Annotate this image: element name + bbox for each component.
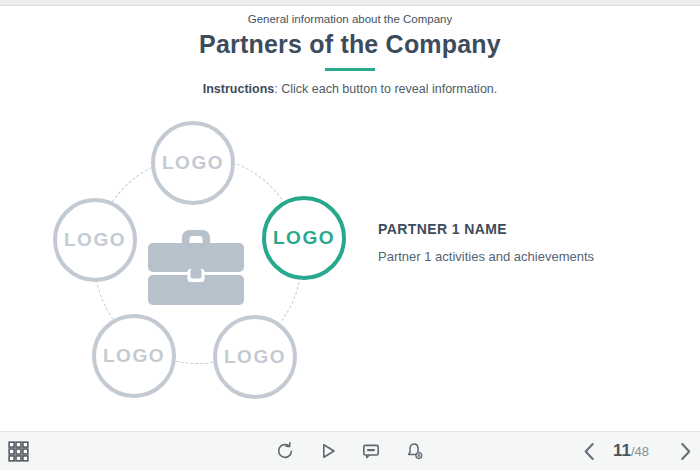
logo-label: LOGO	[103, 345, 165, 367]
title-underline	[325, 68, 375, 71]
comment-icon	[361, 441, 381, 461]
grid-menu-button[interactable]	[8, 441, 29, 462]
partner-detail-panel: PARTNER 1 NAME Partner 1 activities and …	[378, 221, 594, 264]
slide-header: General information about the Company Pa…	[0, 13, 700, 96]
chevron-left-icon	[582, 441, 595, 462]
page-title: Partners of the Company	[0, 30, 700, 59]
briefcase-icon	[148, 227, 244, 305]
player-toolbar: 11/48	[0, 431, 700, 470]
notifications-off-button[interactable]	[404, 441, 425, 461]
top-strip	[0, 0, 700, 6]
chevron-right-icon	[679, 441, 692, 462]
play-icon	[318, 441, 338, 461]
logo-label: LOGO	[273, 227, 335, 249]
partner-description: Partner 1 activities and achievements	[378, 249, 594, 264]
comments-button[interactable]	[361, 441, 381, 461]
page-total: /48	[631, 444, 649, 459]
partner-name: PARTNER 1 NAME	[378, 221, 594, 237]
page-current: 11	[613, 441, 631, 461]
logo-button-bottom-left[interactable]: LOGO	[92, 314, 176, 398]
instructions-rest: : Click each button to reveal informatio…	[274, 82, 497, 96]
instructions-text: Instructions: Click each button to revea…	[0, 82, 700, 96]
replay-icon	[275, 441, 295, 461]
replay-button[interactable]	[275, 441, 295, 461]
logo-label: LOGO	[64, 229, 126, 251]
logo-button-right-active[interactable]: LOGO	[262, 196, 346, 280]
eyebrow-text: General information about the Company	[0, 13, 700, 25]
grid-menu-icon	[8, 441, 29, 462]
logo-button-top[interactable]: LOGO	[151, 121, 235, 205]
logo-button-left[interactable]: LOGO	[53, 198, 137, 282]
instructions-label: Instructions	[203, 82, 275, 96]
logo-label: LOGO	[224, 346, 286, 368]
play-button[interactable]	[318, 441, 338, 461]
logo-label: LOGO	[162, 152, 224, 174]
next-slide-button[interactable]	[679, 441, 692, 462]
page-indicator: 11/48	[613, 441, 649, 461]
logo-button-bottom-right[interactable]: LOGO	[213, 315, 297, 399]
prev-slide-button[interactable]	[582, 441, 595, 462]
notifications-off-icon	[404, 441, 425, 461]
